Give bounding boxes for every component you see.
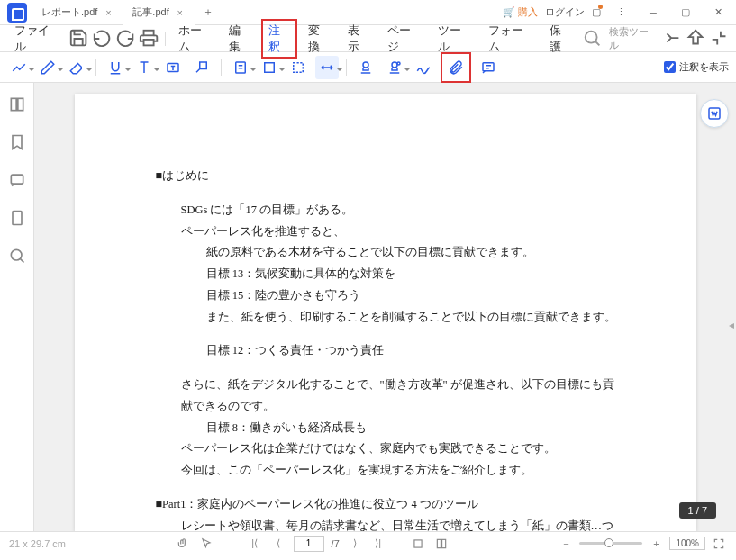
buy-link[interactable]: 🛒 購入 xyxy=(503,5,538,19)
svg-rect-17 xyxy=(414,539,422,546)
body-text: 目標 12：つくる責任・つかう責任 xyxy=(156,340,624,362)
maximize-button[interactable]: ▢ xyxy=(673,2,698,23)
search-panel-icon[interactable] xyxy=(8,247,26,265)
undo-icon[interactable] xyxy=(92,28,112,50)
svg-rect-6 xyxy=(294,62,304,72)
underline-tool[interactable] xyxy=(104,56,127,79)
sidebar-left xyxy=(0,83,34,531)
search-placeholder[interactable]: 検索ツール xyxy=(609,25,655,52)
close-button[interactable]: ✕ xyxy=(705,2,731,23)
heading: ■Part1：家庭内のペーパーレス化の推進に役立つ 4 つのツール xyxy=(156,494,624,516)
svg-rect-11 xyxy=(11,98,16,110)
more-icon[interactable]: ⋮ xyxy=(608,2,633,23)
shape-tool[interactable] xyxy=(258,56,281,79)
fullscreen-icon[interactable] xyxy=(711,536,727,552)
app-icon xyxy=(7,3,27,23)
zoom-in-icon[interactable]: + xyxy=(648,536,664,552)
area-highlight-tool[interactable] xyxy=(286,56,310,79)
comment-icon[interactable] xyxy=(8,171,26,189)
fit-width-icon[interactable] xyxy=(410,536,426,552)
page-number-input[interactable] xyxy=(294,536,324,552)
prev-page-icon[interactable]: ⟨ xyxy=(270,536,286,552)
attachment-panel-icon[interactable] xyxy=(8,209,26,227)
menu-annotate[interactable]: 注釈 xyxy=(261,19,297,59)
eraser-tool[interactable] xyxy=(65,56,88,79)
first-page-icon[interactable]: |⟨ xyxy=(247,536,263,552)
last-page-icon[interactable]: ⟩| xyxy=(370,536,386,552)
show-annotations-checkbox[interactable] xyxy=(664,61,676,73)
print-icon[interactable] xyxy=(139,28,159,50)
menu-home[interactable]: ホーム xyxy=(171,19,218,59)
close-icon[interactable]: × xyxy=(175,7,186,18)
textbox-tool[interactable] xyxy=(161,56,185,79)
body-text: また、紙を使う、印刷することを削減することで以下の目標に貢献できます。 xyxy=(156,307,624,329)
menu-file[interactable]: ファイル xyxy=(7,19,65,59)
menu-page[interactable]: ページ xyxy=(380,19,427,59)
word-export-button[interactable] xyxy=(700,99,729,128)
menubar: ファイル ホーム 編集 注釈 変換 表示 ページ ツール フォーム 保護 検索ツ… xyxy=(0,25,736,52)
cloud-icon[interactable] xyxy=(686,28,705,50)
close-icon[interactable]: × xyxy=(103,7,114,18)
zoom-out-icon[interactable]: − xyxy=(558,536,574,552)
body-text: ペーパーレス化は企業だけではなく、家庭内でも実践できることです。 xyxy=(156,438,624,460)
svg-rect-10 xyxy=(483,62,494,70)
page-dimensions: 21 x 29.7 cm xyxy=(9,538,66,549)
next-page-icon[interactable]: ⟩ xyxy=(347,536,363,552)
stamp-custom-tool[interactable] xyxy=(383,56,406,79)
menu-protect[interactable]: 保護 xyxy=(542,19,578,59)
statusbar: 21 x 29.7 cm |⟨ ⟨ /7 ⟩ ⟩| − + 100% xyxy=(0,531,736,555)
body-text: SDGs には「17 の目標」がある。 xyxy=(156,200,624,221)
notification-icon[interactable]: ▢ xyxy=(592,6,601,18)
zoom-level[interactable]: 100% xyxy=(669,537,705,550)
panel-collapse-handle[interactable]: ◂ xyxy=(727,307,736,343)
zoom-slider[interactable] xyxy=(579,542,642,545)
svg-rect-14 xyxy=(13,212,22,225)
body-text: ペーパーレス化を推進すると、 xyxy=(156,221,624,243)
text-callout-tool[interactable] xyxy=(190,56,214,79)
svg-rect-0 xyxy=(144,31,154,36)
svg-point-2 xyxy=(585,32,596,43)
expand-icon[interactable] xyxy=(709,28,729,50)
zoom-control: − + 100% xyxy=(558,536,727,552)
text-tool[interactable] xyxy=(132,56,156,79)
tab-add-button[interactable]: ＋ xyxy=(195,5,221,20)
menu-edit[interactable]: 編集 xyxy=(222,19,258,59)
menu-form[interactable]: フォーム xyxy=(481,19,539,59)
minimize-button[interactable]: ─ xyxy=(641,2,666,23)
tab-label: 記事.pdf xyxy=(132,5,168,19)
body-text: レシートや領収書、毎月の請求書など、日常生活で増えてしまう「紙」の書類…つい xyxy=(156,516,624,532)
svg-rect-13 xyxy=(11,175,23,184)
tab-label: レポート.pdf xyxy=(41,5,97,19)
pencil-tool[interactable] xyxy=(36,56,59,79)
login-link[interactable]: ログイン xyxy=(545,5,585,19)
highlight-tool[interactable] xyxy=(7,56,31,79)
show-annotations-toggle[interactable]: 注釈を表示 xyxy=(664,60,729,74)
svg-point-8 xyxy=(392,62,397,68)
menu-view[interactable]: 表示 xyxy=(341,19,377,59)
attachment-tool[interactable] xyxy=(444,56,468,79)
document-viewport[interactable]: ■はじめに SDGs には「17 の目標」がある。 ペーパーレス化を推進すると、… xyxy=(34,83,736,531)
fit-page-icon[interactable] xyxy=(433,536,450,552)
svg-rect-19 xyxy=(441,539,445,547)
stamp-tool[interactable] xyxy=(354,56,377,79)
svg-rect-18 xyxy=(437,539,441,547)
redo-icon[interactable] xyxy=(115,28,135,50)
bookmark-icon[interactable] xyxy=(8,133,26,151)
hand-tool-icon[interactable] xyxy=(175,536,191,552)
measure-tool[interactable] xyxy=(315,56,339,79)
body-text: 紙の原料である木材を守ることで以下の目標に貢献できます。 xyxy=(156,242,624,264)
svg-point-15 xyxy=(11,249,22,260)
select-tool-icon[interactable] xyxy=(198,536,214,552)
save-icon[interactable] xyxy=(68,28,88,50)
share-icon[interactable] xyxy=(661,28,681,50)
signature-tool[interactable] xyxy=(412,56,435,79)
svg-point-7 xyxy=(363,62,368,68)
menu-convert[interactable]: 変換 xyxy=(301,19,337,59)
comment-list-tool[interactable] xyxy=(477,56,500,79)
body-text: 目標 15：陸の豊かさも守ろう xyxy=(156,285,624,307)
thumbnails-icon[interactable] xyxy=(8,95,26,113)
note-tool[interactable] xyxy=(229,56,252,79)
attachment-tool-highlight xyxy=(441,52,471,83)
heading: ■はじめに xyxy=(156,166,624,187)
search-icon[interactable] xyxy=(582,28,602,50)
